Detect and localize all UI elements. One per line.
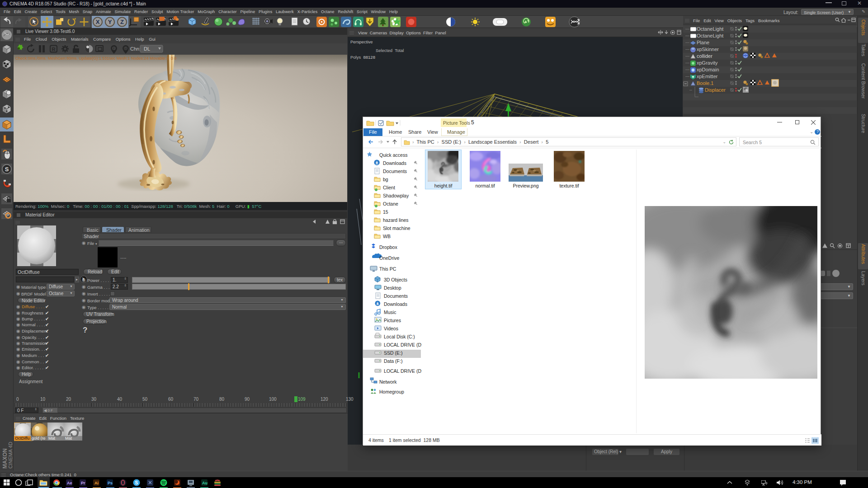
svg-text:xpGravity: xpGravity [697, 60, 718, 66]
svg-text:Ae: Ae [67, 481, 72, 485]
svg-text:OctDiffu: OctDiffu [15, 436, 29, 441]
svg-text:WB: WB [383, 234, 391, 239]
svg-text:collider: collider [697, 53, 712, 59]
svg-text:DL: DL [144, 46, 150, 52]
svg-text:Dropbox: Dropbox [379, 244, 397, 250]
svg-text:Network: Network [379, 379, 397, 385]
svg-text:OctaneLight: OctaneLight [697, 33, 723, 38]
svg-text:bg: bg [383, 177, 388, 182]
svg-text:xpEmitter: xpEmitter [697, 74, 718, 79]
svg-text:gold (re: gold (re [32, 436, 46, 441]
svg-text:Downloads: Downloads [384, 301, 407, 307]
svg-text:Y: Y [108, 19, 112, 25]
svg-text:Music: Music [384, 310, 396, 315]
svg-text:M: M [124, 47, 127, 50]
svg-text:Plane: Plane [697, 40, 709, 45]
svg-text:S: S [5, 166, 9, 173]
svg-text:Quick access: Quick access [379, 152, 407, 158]
svg-text:LOCAL DRIVE (D:): LOCAL DRIVE (D:) [384, 368, 422, 374]
svg-text:Pictures: Pictures [384, 318, 401, 323]
svg-text:OctaneLight: OctaneLight [697, 26, 723, 32]
svg-text:This PC: This PC [379, 266, 396, 272]
svg-text:Z: Z [120, 19, 124, 25]
svg-text:xpSkinner: xpSkinner [697, 47, 719, 52]
svg-text:Pr: Pr [81, 481, 85, 485]
svg-text:xpDomain: xpDomain [697, 67, 719, 72]
svg-text:3D Objects: 3D Objects [384, 277, 407, 282]
svg-text:R: R [52, 47, 56, 52]
svg-text:Client: Client [383, 185, 395, 190]
svg-text:X: X [96, 19, 100, 25]
svg-text:F: F [113, 47, 115, 50]
svg-text:Boole.1: Boole.1 [697, 80, 713, 86]
svg-text:Ps: Ps [108, 481, 113, 485]
svg-text:OneDrive: OneDrive [379, 255, 400, 261]
svg-text:S: S [135, 480, 138, 485]
svg-text:15: 15 [383, 209, 388, 215]
svg-text:Mat: Mat [48, 436, 56, 441]
svg-text:Documents: Documents [383, 169, 407, 174]
svg-text:Au: Au [202, 481, 208, 485]
svg-text:Ai: Ai [94, 481, 99, 485]
svg-text:Downloads: Downloads [383, 160, 406, 166]
svg-text:Documents: Documents [384, 293, 408, 299]
svg-text:Octane: Octane [383, 201, 398, 206]
svg-text:Slot machine: Slot machine [383, 225, 410, 231]
svg-text:Shadowplay: Shadowplay [383, 193, 409, 198]
svg-text:LOCAL DRIVE (D:): LOCAL DRIVE (D:) [384, 342, 422, 347]
svg-text:Desktop: Desktop [384, 285, 401, 291]
svg-text:Displacer: Displacer [705, 87, 726, 93]
svg-text:Homegroup: Homegroup [379, 389, 404, 394]
svg-text:Chn:: Chn: [130, 46, 141, 52]
svg-text:hazard lines: hazard lines [383, 217, 409, 223]
svg-text:SSD (E:): SSD (E:) [384, 350, 402, 356]
svg-text:Videos: Videos [384, 326, 398, 331]
svg-text:Local Disk (C:): Local Disk (C:) [384, 334, 415, 339]
svg-text:Mat: Mat [65, 436, 72, 441]
svg-text:Data (F:): Data (F:) [384, 358, 402, 364]
